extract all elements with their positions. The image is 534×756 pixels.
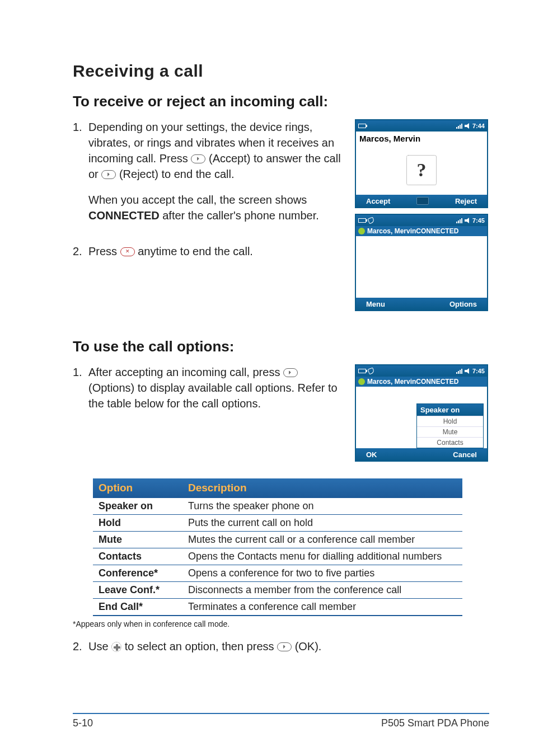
text: (Options) to display available call opti… bbox=[88, 382, 338, 410]
text: (Reject) to end the call. bbox=[119, 168, 235, 180]
table-row: Speaker onTurns the speaker phone on bbox=[93, 498, 462, 515]
col-description: Description bbox=[182, 478, 462, 498]
option-desc: Disconnects a member from the conference… bbox=[182, 582, 462, 599]
active-call-icon bbox=[358, 228, 365, 234]
text: (OK). bbox=[295, 640, 322, 652]
softkey-menu[interactable]: Menu bbox=[366, 300, 385, 308]
popup-item-contacts[interactable]: Contacts bbox=[417, 437, 483, 448]
col-option: Option bbox=[93, 478, 182, 498]
option-desc: Opens a conference for two to five parti… bbox=[182, 565, 462, 582]
option-desc: Puts the current call on hold bbox=[182, 515, 462, 532]
connected-text: Marcos, MervinCONNECTED bbox=[367, 227, 458, 235]
step-a1: 1. Depending on your settings, the devic… bbox=[73, 119, 344, 233]
page-title: Receiving a call bbox=[73, 62, 489, 81]
table-row: Leave Conf.*Disconnects a member from th… bbox=[93, 582, 462, 599]
softkey-cancel[interactable]: Cancel bbox=[453, 450, 477, 459]
option-name: Contacts bbox=[93, 548, 182, 565]
options-button-icon: ⏵ bbox=[283, 368, 298, 377]
signal-icon bbox=[456, 123, 462, 129]
softkey-center[interactable] bbox=[416, 197, 429, 205]
option-name: Mute bbox=[93, 532, 182, 548]
softkey-options[interactable]: Options bbox=[449, 300, 477, 308]
option-name: Conference* bbox=[93, 565, 182, 582]
options-popup: Speaker on Hold Mute Contacts bbox=[416, 403, 484, 448]
popup-item-hold[interactable]: Hold bbox=[417, 416, 483, 426]
text: Use bbox=[88, 640, 111, 652]
text: to select an option, then press bbox=[125, 640, 277, 652]
table-footnote: *Appears only when in conference call mo… bbox=[73, 619, 489, 628]
option-desc: Mutes the current call or a conference c… bbox=[182, 532, 462, 548]
text: after the caller's phone number. bbox=[162, 209, 319, 222]
option-desc: Turns the speaker phone on bbox=[182, 498, 462, 515]
screenshot-connected: 7:45 Marcos, MervinCONNECTED Menu Option… bbox=[355, 214, 488, 311]
table-row: ContactsOpens the Contacts menu for dial… bbox=[93, 548, 462, 565]
text: When you accept the call, the screen sho… bbox=[88, 194, 307, 206]
unknown-photo-icon: ? bbox=[406, 155, 437, 185]
clock: 7:44 bbox=[472, 123, 485, 129]
option-name: Leave Conf.* bbox=[93, 582, 182, 599]
step-number: 2. bbox=[73, 638, 88, 654]
battery-icon bbox=[358, 124, 366, 128]
connected-text: Marcos, MervinCONNECTED bbox=[367, 378, 458, 386]
speaker-icon bbox=[465, 123, 470, 129]
connected-label: CONNECTED bbox=[88, 209, 160, 222]
call-icon bbox=[368, 368, 375, 375]
table-row: End Call*Terminates a conference call me… bbox=[93, 599, 462, 616]
signal-icon bbox=[456, 368, 462, 374]
signal-icon bbox=[456, 218, 462, 223]
speaker-icon bbox=[465, 368, 470, 374]
popup-item-speaker[interactable]: Speaker on bbox=[417, 404, 483, 416]
battery-icon bbox=[358, 218, 366, 223]
softkey-reject[interactable]: Reject bbox=[455, 197, 477, 205]
text: Press bbox=[88, 245, 120, 257]
caller-name: Marcos, Mervin bbox=[356, 132, 487, 145]
text: anytime to end the call. bbox=[138, 245, 253, 257]
call-icon bbox=[368, 217, 375, 224]
option-desc: Opens the Contacts menu for dialling add… bbox=[182, 548, 462, 565]
battery-icon bbox=[358, 369, 366, 373]
step-number: 2. bbox=[73, 243, 88, 259]
accept-button-icon: ⏵ bbox=[191, 154, 205, 163]
screenshot-options-menu: 7:45 Marcos, MervinCONNECTED Speaker on … bbox=[355, 364, 488, 462]
dpad-icon bbox=[111, 642, 121, 652]
option-name: End Call* bbox=[93, 599, 182, 616]
table-row: MuteMutes the current call or a conferen… bbox=[93, 532, 462, 548]
reject-button-icon: ⏵ bbox=[101, 170, 116, 179]
product-name: P505 Smart PDA Phone bbox=[381, 717, 489, 729]
option-desc: Terminates a conference call member bbox=[182, 599, 462, 616]
call-options-table: Option Description Speaker onTurns the s… bbox=[93, 478, 462, 616]
page-footer: 5-10 P505 Smart PDA Phone bbox=[73, 713, 489, 729]
step-number: 1. bbox=[73, 364, 88, 411]
step-number: 1. bbox=[73, 119, 88, 233]
table-row: HoldPuts the current call on hold bbox=[93, 515, 462, 532]
active-call-icon bbox=[358, 378, 365, 385]
speaker-icon bbox=[465, 218, 470, 223]
option-name: Hold bbox=[93, 515, 182, 532]
ok-button-icon: ⏵ bbox=[277, 642, 292, 651]
step-b2: 2. Use to select an option, then press ⏵… bbox=[73, 638, 489, 654]
softkey-accept[interactable]: Accept bbox=[366, 197, 390, 205]
table-row: Conference*Opens a conference for two to… bbox=[93, 565, 462, 582]
popup-item-mute[interactable]: Mute bbox=[417, 426, 483, 437]
step-a2: 2. Press ✕ anytime to end the call. bbox=[73, 243, 344, 259]
softkey-ok[interactable]: OK bbox=[366, 450, 377, 459]
clock: 7:45 bbox=[472, 368, 485, 374]
end-call-button-icon: ✕ bbox=[120, 247, 135, 256]
option-name: Speaker on bbox=[93, 498, 182, 515]
screenshot-incoming-call: 7:44 Marcos, Mervin ? Accept Reject bbox=[355, 119, 488, 208]
clock: 7:45 bbox=[472, 217, 485, 224]
section-heading-options: To use the call options: bbox=[73, 338, 489, 355]
section-heading-receive: To receive or reject an incoming call: bbox=[73, 93, 489, 110]
page-number: 5-10 bbox=[73, 717, 93, 729]
step-b1: 1. After accepting an incoming call, pre… bbox=[73, 364, 344, 411]
text: After accepting an incoming call, press bbox=[88, 366, 283, 378]
